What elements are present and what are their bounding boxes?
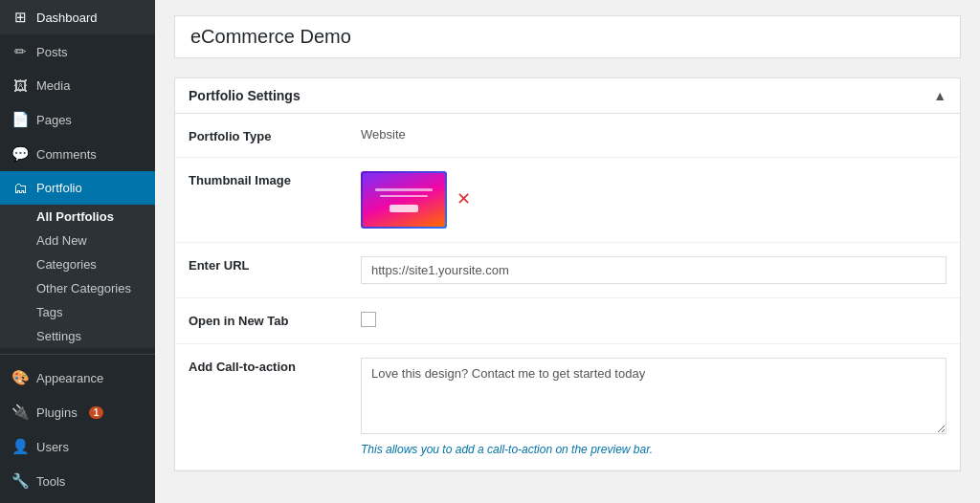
appearance-icon: 🎨 <box>11 369 29 386</box>
tools-icon: 🔧 <box>11 472 29 490</box>
sidebar-item-label: Posts <box>36 45 68 59</box>
thumbnail-image-label: Thumbnail Image <box>189 171 361 187</box>
posts-icon: ✏ <box>11 43 29 60</box>
sidebar-sub-add-new[interactable]: Add New <box>0 229 155 252</box>
add-cta-row: Add Call-to-action Love this design? Con… <box>175 344 960 470</box>
sidebar-item-portfolio[interactable]: 🗂 Portfolio <box>0 171 155 205</box>
sidebar-item-users[interactable]: 👤 Users <box>0 429 155 464</box>
open-new-tab-row: Open in New Tab <box>175 298 960 344</box>
thumb-button <box>390 205 418 212</box>
thumbnail-inner <box>363 173 445 227</box>
portfolio-type-row: Portfolio Type Website <box>175 114 960 158</box>
enter-url-value <box>361 256 947 284</box>
thumb-line-2 <box>380 195 428 197</box>
cta-textarea[interactable]: Love this design? Contact me to get star… <box>361 358 947 434</box>
media-icon: 🖼 <box>11 77 29 94</box>
sidebar-sub-categories[interactable]: Categories <box>0 252 155 276</box>
sidebar-item-label: Dashboard <box>36 11 98 25</box>
comments-icon: 💬 <box>11 145 29 163</box>
sidebar-item-label: Tools <box>36 474 65 489</box>
sidebar-item-label: Pages <box>36 113 72 127</box>
sidebar-item-tools[interactable]: 🔧 Tools <box>0 464 155 498</box>
sidebar-item-label: Portfolio <box>36 181 82 195</box>
enter-url-row: Enter URL <box>175 243 960 298</box>
panel-title: Portfolio Settings <box>189 88 301 103</box>
remove-thumbnail-button[interactable]: ✕ <box>457 188 471 209</box>
sidebar-sub-tags[interactable]: Tags <box>0 300 155 324</box>
panel-header: Portfolio Settings ▲ <box>175 78 960 114</box>
open-new-tab-checkbox[interactable] <box>361 312 376 327</box>
main-content: eCommerce Demo Portfolio Settings ▲ Port… <box>155 0 980 503</box>
thumbnail-container: ✕ <box>361 171 947 229</box>
dashboard-icon: ⊞ <box>11 9 29 26</box>
sidebar-sub-settings[interactable]: Settings <box>0 324 155 348</box>
sidebar-divider <box>0 354 155 355</box>
sidebar-item-appearance[interactable]: 🎨 Appearance <box>0 361 155 395</box>
sidebar-sub-all-portfolios[interactable]: All Portfolios <box>0 205 155 229</box>
url-input[interactable] <box>361 256 947 284</box>
pages-icon: 📄 <box>11 111 29 128</box>
sidebar-item-label: Plugins <box>36 405 78 420</box>
thumbnail-image-row: Thumbnail Image ✕ <box>175 158 960 243</box>
enter-url-label: Enter URL <box>189 256 361 273</box>
cta-hint: This allows you to add a call-to-action … <box>361 443 947 456</box>
open-new-tab-value <box>361 312 947 330</box>
plugins-badge: 1 <box>89 406 104 419</box>
plugins-icon: 🔌 <box>11 404 29 421</box>
add-cta-value: Love this design? Contact me to get star… <box>361 358 947 456</box>
thumbnail-image-value: ✕ <box>361 171 947 229</box>
sidebar-item-comments[interactable]: 💬 Comments <box>0 137 155 171</box>
sidebar-item-dashboard[interactable]: ⊞ Dashboard <box>0 0 155 34</box>
portfolio-icon: 🗂 <box>11 180 29 196</box>
thumbnail-preview <box>361 171 447 229</box>
sidebar-item-label: Users <box>36 440 69 454</box>
page-title: eCommerce Demo <box>174 15 961 58</box>
thumb-line-1 <box>375 188 433 191</box>
open-new-tab-label: Open in New Tab <box>189 312 361 328</box>
sidebar-item-media[interactable]: 🖼 Media <box>0 69 155 102</box>
portfolio-type-value: Website <box>361 127 947 142</box>
add-cta-label: Add Call-to-action <box>189 358 361 374</box>
sidebar-item-label: Comments <box>36 147 97 162</box>
sidebar-sub-other-categories[interactable]: Other Categories <box>0 276 155 300</box>
sidebar-item-label: Appearance <box>36 371 103 385</box>
sidebar-item-pages[interactable]: 📄 Pages <box>0 102 155 137</box>
users-icon: 👤 <box>11 438 29 455</box>
panel-body: Portfolio Type Website Thumbnail Image <box>175 114 960 470</box>
portfolio-type-label: Portfolio Type <box>189 127 361 143</box>
sidebar-item-label: Media <box>36 78 70 93</box>
sidebar-item-posts[interactable]: ✏ Posts <box>0 34 155 69</box>
sidebar: ⊞ Dashboard ✏ Posts 🖼 Media 📄 Pages 💬 Co… <box>0 0 155 503</box>
sidebar-item-plugins[interactable]: 🔌 Plugins 1 <box>0 395 155 429</box>
portfolio-settings-panel: Portfolio Settings ▲ Portfolio Type Webs… <box>174 77 961 471</box>
panel-toggle-button[interactable]: ▲ <box>933 88 947 103</box>
